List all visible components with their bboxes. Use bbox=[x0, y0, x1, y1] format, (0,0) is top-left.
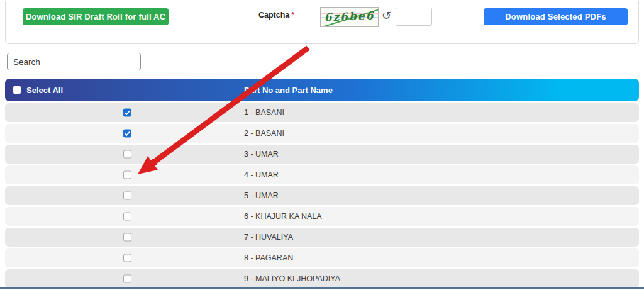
part-label: 3 - UMAR bbox=[244, 150, 279, 159]
part-label: 7 - HUVALIYA bbox=[244, 233, 293, 242]
captcha-text: 6z6be6 bbox=[321, 9, 379, 23]
table-row: 1 - BASANI bbox=[5, 103, 639, 122]
search-input[interactable] bbox=[7, 53, 141, 70]
row-checkbox[interactable] bbox=[123, 130, 131, 138]
download-selected-pdfs-button[interactable]: Download Selected PDFs bbox=[484, 8, 628, 25]
row-checkbox[interactable] bbox=[123, 109, 131, 117]
part-label: 8 - PAGARAN bbox=[244, 254, 293, 262]
captcha-refresh-icon[interactable]: ↺ bbox=[382, 10, 391, 21]
table-row: 2 - BASANI bbox=[5, 124, 639, 143]
row-checkbox[interactable] bbox=[123, 150, 131, 159]
captcha-input[interactable] bbox=[396, 8, 432, 26]
part-label: 9 - MALIYO KI JHOPADIYA bbox=[244, 274, 340, 283]
row-checkbox[interactable] bbox=[123, 233, 131, 242]
select-all-checkbox[interactable] bbox=[13, 86, 21, 94]
table-row: 8 - PAGARAN bbox=[5, 248, 639, 267]
table-row: 7 - HUVALIYA bbox=[5, 228, 639, 247]
row-checkbox[interactable] bbox=[123, 254, 131, 262]
toolbar-card: Download SIR Draft Roll for full AC Capt… bbox=[5, 1, 639, 44]
part-column-header: Part No and Part Name bbox=[244, 86, 333, 95]
row-checkbox[interactable] bbox=[123, 213, 131, 221]
table-header: Select All Part No and Part Name bbox=[5, 79, 639, 101]
row-checkbox[interactable] bbox=[123, 275, 131, 283]
table-row: 9 - MALIYO KI JHOPADIYA bbox=[5, 269, 639, 288]
captcha-label-text: Captcha bbox=[258, 11, 289, 20]
part-label: 4 - UMAR bbox=[244, 170, 279, 179]
part-label: 6 - KHAJUR KA NALA bbox=[244, 212, 322, 221]
part-label: 5 - UMAR bbox=[244, 191, 279, 200]
table-row: 4 - UMAR bbox=[5, 165, 639, 184]
captcha-label: Captcha* bbox=[258, 11, 294, 20]
required-asterisk: * bbox=[291, 11, 294, 20]
bottom-divider bbox=[0, 287, 644, 289]
part-label: 1 - BASANI bbox=[244, 108, 284, 117]
row-checkbox[interactable] bbox=[123, 171, 131, 179]
row-checkbox[interactable] bbox=[123, 192, 131, 200]
table-row: 6 - KHAJUR KA NALA bbox=[5, 207, 639, 226]
table-row: 5 - UMAR bbox=[5, 186, 639, 205]
captcha-image: 6z6be6 bbox=[320, 7, 379, 27]
select-all-label: Select All bbox=[26, 86, 63, 95]
download-full-ac-button[interactable]: Download SIR Draft Roll for full AC bbox=[23, 8, 169, 25]
table-row: 3 - UMAR bbox=[5, 145, 639, 164]
part-label: 2 - BASANI bbox=[244, 129, 284, 138]
